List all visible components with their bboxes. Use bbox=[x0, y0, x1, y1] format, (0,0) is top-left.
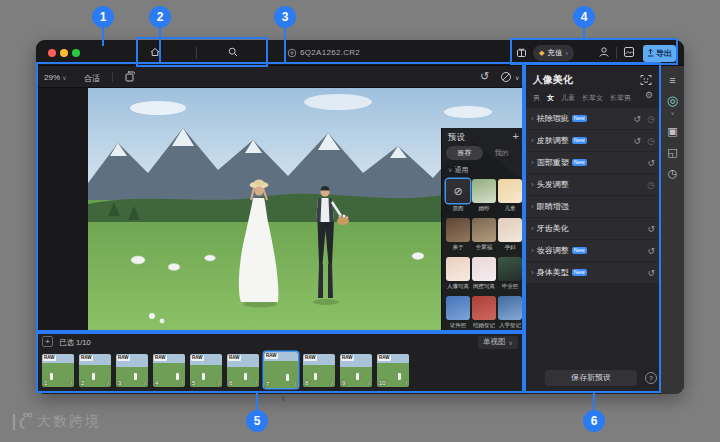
callout-badge-3: 3 bbox=[274, 6, 296, 28]
callout-box-filmstrip bbox=[36, 332, 524, 393]
close-window-button[interactable] bbox=[48, 49, 56, 57]
chevron-down-icon: ∨ bbox=[671, 110, 675, 116]
face-icon[interactable]: ◎ bbox=[667, 95, 678, 107]
zoom-window-button[interactable] bbox=[72, 49, 80, 57]
watermark-logo-icon bbox=[10, 411, 32, 433]
collapse-filmstrip-icon[interactable]: ∨ bbox=[280, 393, 287, 403]
callout-badge-1: 1 bbox=[92, 6, 114, 28]
minimize-window-button[interactable] bbox=[60, 49, 68, 57]
callout-box-beautify-panel bbox=[524, 62, 661, 393]
watermark-text: 大数跨境 bbox=[37, 413, 101, 431]
callout-line-4 bbox=[583, 28, 585, 38]
callout-line-3 bbox=[284, 28, 286, 62]
crop-icon[interactable]: ◱ bbox=[667, 146, 677, 158]
callout-line-2 bbox=[159, 28, 161, 62]
callout-badge-2: 2 bbox=[149, 6, 171, 28]
callout-badge-6: 6 bbox=[583, 410, 605, 432]
callout-line-6 bbox=[593, 393, 595, 410]
adjust-icon[interactable]: ≡ bbox=[669, 74, 675, 86]
callout-box-canvas bbox=[36, 62, 524, 332]
callout-badge-5: 5 bbox=[246, 410, 268, 432]
history-icon[interactable]: ◷ bbox=[668, 167, 678, 179]
callout-line-1 bbox=[102, 28, 104, 46]
cards-icon[interactable]: ▣ bbox=[667, 125, 677, 137]
side-tool-strip: ≡◎∨▣◱◷ bbox=[660, 66, 684, 394]
callout-box-account-actions bbox=[510, 38, 678, 65]
page: { "callouts": { "labels": ["1","2","3","… bbox=[0, 0, 720, 442]
watermark: 大数跨境 bbox=[10, 411, 101, 433]
callout-line-5 bbox=[256, 393, 258, 410]
file-cloud-icon bbox=[287, 48, 297, 58]
callout-badge-4: 4 bbox=[573, 6, 595, 28]
open-filename: 6Q2A1262.CR2 bbox=[300, 48, 360, 57]
